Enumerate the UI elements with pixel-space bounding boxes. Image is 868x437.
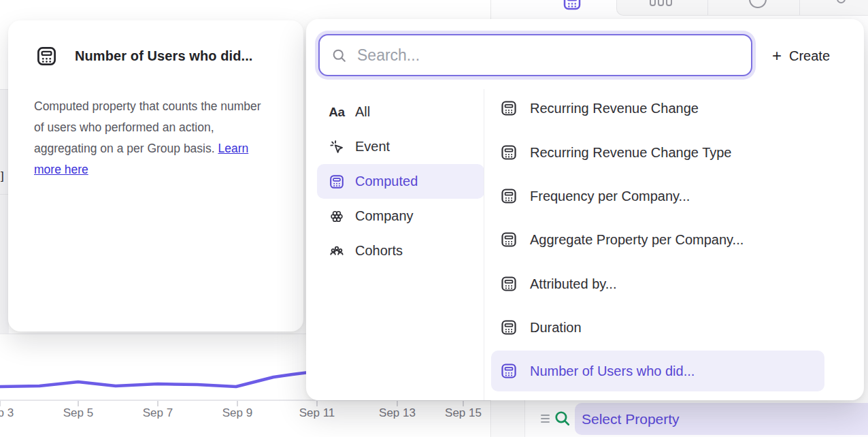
results-list: Recurring Revenue Change Recurring Reven… bbox=[491, 19, 850, 400]
axis-tick bbox=[237, 401, 238, 406]
axis-tick bbox=[463, 401, 464, 406]
x-axis-label: Sep 13 bbox=[379, 406, 416, 420]
category-item-company[interactable]: Company bbox=[317, 199, 484, 233]
category-item-all[interactable]: Aa All bbox=[317, 95, 484, 129]
axis-tick bbox=[397, 401, 398, 406]
result-label: Frequency per Company... bbox=[530, 189, 690, 204]
category-label: Cohorts bbox=[355, 243, 403, 259]
tab-divider bbox=[799, 0, 800, 15]
property-picker-panel: + Create Aa All Event bbox=[306, 19, 864, 400]
calculator-icon bbox=[500, 99, 518, 117]
property-search-icon bbox=[553, 409, 571, 427]
category-label: Event bbox=[355, 139, 390, 155]
category-label: Company bbox=[355, 208, 414, 224]
result-item[interactable]: Duration bbox=[491, 308, 824, 347]
tooltip-header: Number of Users who did... bbox=[8, 20, 303, 67]
x-axis-label: Sep 5 bbox=[63, 406, 93, 420]
result-label: Duration bbox=[530, 320, 582, 336]
tab-computed calculator-icon[interactable] bbox=[562, 0, 582, 12]
cohorts-people-icon bbox=[329, 243, 345, 259]
category-list: Aa All Event bbox=[317, 95, 484, 268]
bottom-gutter bbox=[492, 400, 525, 437]
x-axis-label: Sep 7 bbox=[143, 406, 173, 420]
result-item[interactable]: Frequency per Company... bbox=[491, 176, 824, 216]
category-item-event[interactable]: Event bbox=[317, 129, 484, 164]
calculator-icon bbox=[500, 362, 518, 380]
company-cluster-icon bbox=[329, 208, 345, 225]
x-axis-label: Sep 11 bbox=[299, 406, 335, 420]
search-icon bbox=[331, 47, 348, 64]
axis-tick bbox=[0, 401, 1, 406]
text-aa-icon: Aa bbox=[329, 104, 345, 120]
x-axis-label: Sep 9 bbox=[222, 406, 252, 420]
select-property-button[interactable]: Select Property bbox=[575, 403, 868, 435]
calculator-icon bbox=[500, 275, 518, 293]
calculator-icon bbox=[500, 187, 518, 205]
result-item[interactable]: Recurring Revenue Change bbox=[491, 88, 824, 128]
computed-property-tooltip: Number of Users who did... Computed prop… bbox=[8, 20, 303, 331]
tab-funnel funnel-icon[interactable] bbox=[650, 0, 672, 6]
result-label: Attributed by... bbox=[530, 276, 616, 292]
result-label: Aggregate Property per Company... bbox=[530, 232, 744, 248]
result-item[interactable]: Recurring Revenue Change Type bbox=[491, 133, 824, 172]
axis-tick bbox=[157, 401, 158, 406]
result-item[interactable]: Attributed by... bbox=[491, 264, 824, 304]
category-label: All bbox=[355, 104, 370, 120]
result-label: Number of Users who did... bbox=[530, 363, 695, 379]
calculator-icon bbox=[500, 144, 518, 161]
drag-handle-icon[interactable] bbox=[541, 415, 550, 423]
result-item[interactable]: Aggregate Property per Company... bbox=[491, 220, 824, 259]
tooltip-description: Computed property that counts the number… bbox=[34, 96, 272, 180]
panel-divider bbox=[484, 89, 484, 400]
calculator-icon bbox=[500, 231, 518, 248]
category-label: Computed bbox=[355, 174, 418, 189]
x-axis-label: Sep 15 bbox=[445, 406, 482, 420]
app-screen: ] Sep 3 Sep 5 Sep 7 Sep 9 Sep 11 Sep 13 … bbox=[0, 0, 868, 437]
result-label: Recurring Revenue Change Type bbox=[530, 145, 731, 161]
calculator-icon bbox=[329, 174, 345, 190]
category-item-computed[interactable]: Computed bbox=[317, 164, 484, 199]
x-axis-label: Sep 3 bbox=[0, 406, 14, 420]
event-click-icon bbox=[329, 139, 345, 155]
axis-tick bbox=[316, 401, 318, 406]
result-label: Recurring Revenue Change bbox=[530, 101, 699, 116]
axis-tick bbox=[78, 401, 79, 406]
chart-line bbox=[0, 372, 314, 387]
tooltip-title: Number of Users who did... bbox=[75, 48, 253, 64]
occluded-text-fragment: ] bbox=[1, 169, 4, 183]
select-property-label: Select Property bbox=[582, 411, 680, 427]
category-item-cohorts[interactable]: Cohorts bbox=[317, 233, 484, 268]
calculator-icon bbox=[500, 319, 518, 336]
calculator-icon bbox=[35, 45, 58, 67]
tab-divider bbox=[707, 0, 708, 15]
result-item-highlighted[interactable]: Number of Users who did... bbox=[491, 351, 824, 391]
